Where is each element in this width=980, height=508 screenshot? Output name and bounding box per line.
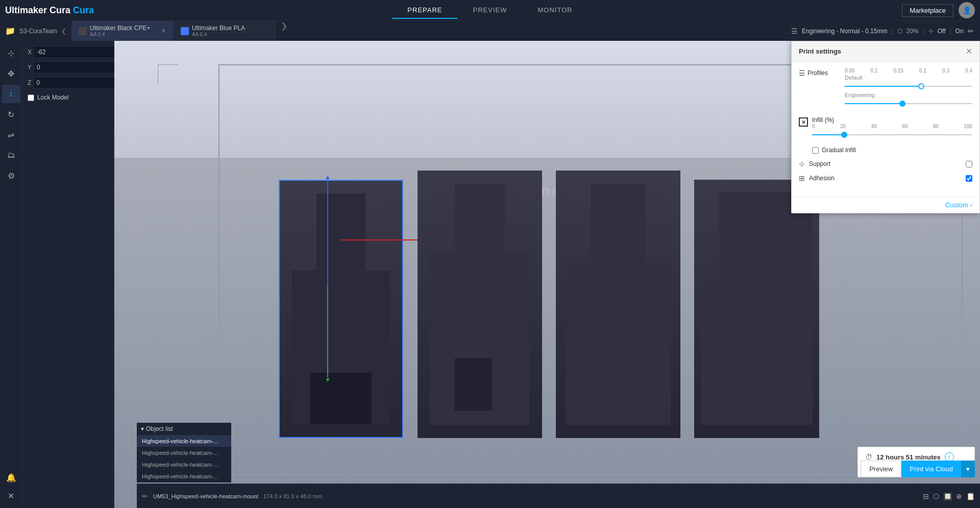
print-cloud-button[interactable]: Print via Cloud: [901, 461, 961, 477]
coord-y-row: Y mm: [28, 61, 109, 74]
tool-mirror[interactable]: ⇌: [2, 126, 20, 144]
scale-val-2: 0.15: [894, 68, 903, 74]
scale-val-0: 0.06: [845, 68, 854, 74]
engineering-slider-thumb[interactable]: [899, 101, 905, 107]
tool-close[interactable]: ✕: [2, 487, 20, 505]
printer-tabs: Ultimaker Black CPE+ AA 0.4 ✕ Ultimaker …: [71, 21, 786, 41]
infill-checkbox-icon[interactable]: ✕: [799, 117, 808, 127]
infill-scale-1: 20: [840, 124, 846, 129]
object-4[interactable]: [694, 180, 819, 438]
infill-row: ✕ Infill (%) 0 20 40 60 80 100: [799, 116, 972, 140]
object-list-header[interactable]: ▾ Object list: [137, 423, 231, 436]
lock-model-checkbox[interactable]: [28, 94, 34, 101]
app-logo: Ultimaker Cura Cura: [5, 5, 94, 16]
x-input[interactable]: [34, 46, 116, 58]
object-list-item-1[interactable]: Highspeed-vehicle-heatcam-...: [137, 436, 231, 447]
folder-icon[interactable]: 📁: [5, 26, 15, 36]
z-input[interactable]: [33, 77, 116, 89]
printer-tab-collapse[interactable]: ❯: [276, 21, 292, 41]
printer-tab-2-sub: AA 0.4: [192, 32, 245, 37]
logo-ultimaker: Ultimaker Cura: [5, 5, 70, 16]
settings-bar: ☰ Engineering - Normal - 0.15mm | ⬡ 20% …: [786, 27, 980, 35]
marketplace-button[interactable]: Marketplace: [902, 4, 953, 17]
print-settings-close[interactable]: ✕: [966, 46, 972, 56]
object-3[interactable]: [556, 171, 680, 438]
scale-val-3: 0.2: [919, 68, 926, 74]
custom-link[interactable]: Custom ›: [945, 201, 972, 209]
bottom-status-bar: ✏ UM53_Highspeed-vehicle-heatcam-mount 1…: [137, 483, 980, 508]
action-icon-2[interactable]: ⬡: [933, 492, 939, 500]
tool-select[interactable]: ⊹: [2, 44, 20, 62]
infill-slider[interactable]: [812, 130, 972, 139]
percent-icon: ⬡: [897, 28, 902, 35]
action-icon-4[interactable]: ⊕: [956, 492, 962, 500]
adhesion-row: ⊞ Adhesion: [799, 174, 972, 182]
scale-val-1: 0.1: [871, 68, 878, 74]
default-slider[interactable]: [845, 82, 972, 91]
infill-label: Infill (%): [812, 116, 972, 124]
action-icon-3[interactable]: 🔲: [943, 492, 952, 500]
tool-support[interactable]: 🗂: [2, 146, 20, 164]
status-actions: ⊟ ⬡ 🔲 ⊕ 📋: [923, 492, 975, 500]
adhesion-checkbox[interactable]: [966, 175, 972, 182]
y-label: Y: [28, 64, 32, 71]
left-toolbar: ⊹ ✥ ↕ ↻ ⇌ 🗂 ⚙ 🔔 ✕: [0, 41, 22, 508]
tab-monitor[interactable]: MONITOR: [522, 2, 587, 19]
logo-cura: Cura: [73, 5, 94, 16]
printer-tab-2-icon: [181, 27, 189, 35]
properties-panel: X mm Y mm Z mm Lock Model: [22, 41, 114, 508]
profiles-icon: ☰: [799, 69, 805, 77]
preview-button[interactable]: Preview: [861, 461, 901, 477]
lock-model-label: Lock Model: [37, 94, 68, 101]
adhesion-row-label: Adhesion: [809, 175, 962, 182]
object-1-selected[interactable]: [279, 180, 403, 438]
lock-model-row: Lock Model: [28, 94, 109, 101]
gradual-infill-label: Gradual infill: [822, 147, 856, 154]
print-settings-header: Print settings ✕: [792, 41, 979, 62]
infill-slider-thumb[interactable]: [841, 132, 847, 138]
scale-val-5: 0.4: [965, 68, 972, 74]
arrow-up-y: ▲: [327, 180, 328, 286]
y-input[interactable]: [34, 61, 116, 74]
print-settings-title: Print settings: [799, 47, 966, 55]
top-navigation: Ultimaker Cura Cura PREPARE PREVIEW MONI…: [0, 0, 980, 20]
printer-tab-1-icon: [79, 27, 87, 35]
tool-settings[interactable]: ⚙: [2, 166, 20, 185]
action-icon-5[interactable]: 📋: [966, 492, 975, 500]
object-list-item-3[interactable]: Highspeed-vehicle-heatcam-...: [137, 459, 231, 471]
tool-notification[interactable]: 🔔: [2, 468, 20, 487]
tool-move[interactable]: ✥: [2, 64, 20, 83]
print-cloud-dropdown[interactable]: ▾: [961, 461, 975, 477]
user-avatar[interactable]: 👤: [959, 2, 975, 18]
z-label: Z: [28, 79, 31, 86]
action-icon-1[interactable]: ⊟: [923, 492, 929, 500]
object-list-collapse-icon: ▾: [141, 425, 144, 432]
tool-scale[interactable]: ↕: [2, 85, 20, 103]
file-area: 📁 S3-CuraTeam ❮: [0, 26, 71, 36]
infill-scale-labels: 0 20 40 60 80 100: [812, 124, 972, 129]
object-2[interactable]: [418, 171, 542, 438]
profile-name[interactable]: Engineering - Normal - 0.15mm: [802, 28, 887, 35]
profiles-label: Profiles: [807, 69, 828, 77]
tab-preview[interactable]: PREVIEW: [458, 2, 523, 19]
tab-prepare[interactable]: PREPARE: [392, 2, 457, 19]
infill-pct: 20%: [906, 28, 919, 35]
print-settings-footer: Custom ›: [792, 197, 979, 213]
gradual-infill-checkbox[interactable]: [812, 147, 819, 154]
gradual-infill-row: Gradual infill: [812, 147, 972, 154]
default-slider-thumb[interactable]: [918, 83, 924, 89]
printer-tab-1-close[interactable]: ✕: [161, 28, 166, 34]
nav-tabs: PREPARE PREVIEW MONITOR: [392, 2, 587, 19]
engineering-slider[interactable]: [845, 99, 972, 108]
printer-tab-2[interactable]: Ultimaker Blue PLA AA 0.4: [174, 21, 276, 41]
main-area: ⊹ ✥ ↕ ↻ ⇌ 🗂 ⚙ 🔔 ✕ X mm Y mm Z mm Lock: [0, 41, 980, 508]
support-row-label: Support: [809, 160, 962, 167]
object-list-item-4[interactable]: Highspeed-vehicle-heatcam-...: [137, 471, 231, 482]
edit-profile-icon[interactable]: ✏: [968, 27, 974, 35]
infill-scale-4: 80: [933, 124, 939, 129]
printer-tab-1[interactable]: Ultimaker Black CPE+ AA 0.4 ✕: [71, 21, 174, 41]
support-checkbox[interactable]: [966, 161, 972, 167]
viewport[interactable]: Ultimaker ▲ ▶ ▼: [114, 41, 980, 508]
object-list-item-2[interactable]: Highspeed-vehicle-heatcam-...: [137, 447, 231, 459]
tool-rotate[interactable]: ↻: [2, 105, 20, 124]
